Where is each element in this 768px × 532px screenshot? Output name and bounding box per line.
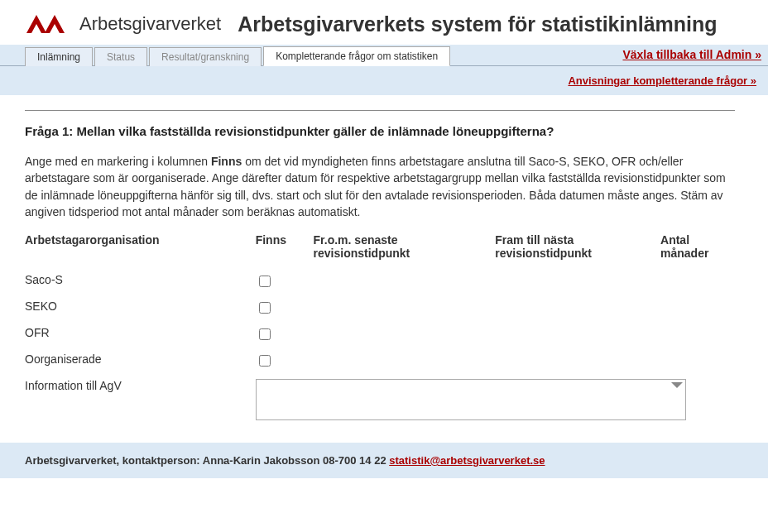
intro-text-before: Ange med en markering i kolumnen (25, 155, 211, 168)
tab-inlamning[interactable]: Inlämning (25, 47, 93, 66)
question-title: Fråga 1: Mellan vilka fastställda revisi… (25, 124, 735, 138)
table-row: Saco-S (25, 268, 735, 295)
finns-checkbox-saco-s[interactable] (259, 276, 271, 287)
intro-text-bold: Finns (211, 155, 242, 168)
footer-text: Arbetsgivarverket, kontaktperson: Anna-K… (25, 454, 389, 467)
org-name: Saco-S (25, 268, 256, 295)
tab-status[interactable]: Status (94, 47, 147, 66)
info-label: Information till AgV (25, 374, 256, 428)
page-title: Arbetsgivarverkets system för statistiki… (238, 12, 717, 36)
col-header-org: Arbetstagarorganisation (25, 228, 256, 268)
tab-kompletterande[interactable]: Kompletterande frågor om statistiken (263, 46, 450, 66)
instructions-link[interactable]: Anvisningar kompletterande frågor » (568, 74, 756, 87)
table-row: OFR (25, 321, 735, 347)
finns-checkbox-oorganiserade[interactable] (259, 355, 271, 367)
organisations-table: Arbetstagarorganisation Finns Fr.o.m. se… (25, 228, 735, 428)
col-header-antal: Antal månader (660, 228, 735, 268)
subheader: Anvisningar kompletterande frågor » (0, 66, 768, 95)
org-name: SEKO (25, 295, 256, 321)
table-row: Oorganiserade (25, 347, 735, 374)
tab-resultat[interactable]: Resultat/granskning (149, 47, 262, 66)
brand-logo: Arbetsgivarverket (25, 10, 221, 38)
finns-checkbox-seko[interactable] (259, 302, 271, 314)
info-textarea[interactable] (256, 379, 686, 420)
col-header-till: Fram till nästa revisionstidpunkt (495, 228, 660, 268)
col-header-finns: Finns (256, 228, 314, 268)
logo-icon (25, 10, 74, 38)
tab-bar: Inlämning Status Resultat/granskning Kom… (0, 45, 768, 66)
question-intro: Ange med en markering i kolumnen Finns o… (25, 153, 735, 220)
col-header-from: Fr.o.m. senaste revisionstidpunkt (314, 228, 496, 268)
org-name: Oorganiserade (25, 347, 256, 374)
footer-email-link[interactable]: statistik@arbetsgivarverket.se (389, 454, 545, 467)
content-scroll-area[interactable]: Fråga 1: Mellan vilka fastställda revisi… (25, 95, 743, 443)
brand-name: Arbetsgivarverket (79, 13, 221, 35)
finns-checkbox-ofr[interactable] (259, 328, 271, 340)
table-row: SEKO (25, 295, 735, 321)
divider (25, 110, 735, 111)
info-row: Information till AgV (25, 374, 735, 428)
footer: Arbetsgivarverket, kontaktperson: Anna-K… (0, 443, 768, 478)
admin-switch-link[interactable]: Växla tillbaka till Admin » (622, 48, 761, 61)
org-name: OFR (25, 321, 256, 347)
